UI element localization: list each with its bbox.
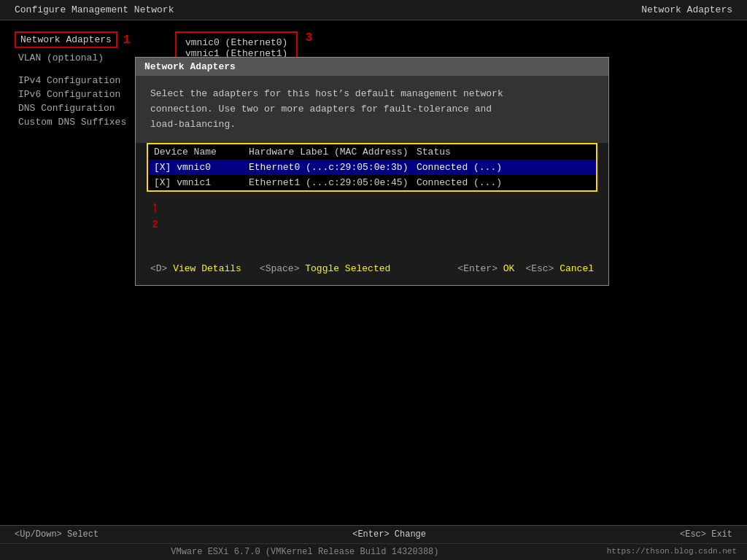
adapter-table: Device Name Hardware Label (MAC Address)… [147, 143, 597, 192]
bottom-right: <Esc> Exit [680, 529, 732, 540]
table-row-vmnic0-status: Connected (...) [417, 162, 590, 173]
footer-cmd-toggle[interactable]: <Space> Toggle Selected [260, 263, 390, 274]
table-row-vmnic0-device: [X] vmnic0 [154, 162, 249, 173]
sidebar-item-ipv4[interactable]: IPv4 Configuration [15, 74, 146, 88]
header-right-title: Network Adapters [641, 4, 732, 15]
modal-header: Network Adapters [136, 58, 608, 76]
sidebar-item-custom-dns[interactable]: Custom DNS Suffixes [15, 115, 146, 129]
annotation-3: 3 [305, 31, 312, 44]
annotation-2: 2 [152, 219, 158, 230]
col-header-device: Device Name [154, 147, 249, 158]
screen: Configure Management Network Network Ada… [0, 0, 747, 560]
modal-footer-left: <D> View Details <Space> Toggle Selected [150, 263, 390, 274]
table-row-vmnic0[interactable]: [X] vmnic0 Ethernet0 (...c:29:05:0e:3b) … [148, 160, 596, 175]
bottom-bar: <Up/Down> Select <Enter> Change <Esc> Ex… [0, 525, 747, 543]
sidebar-item-ipv6[interactable]: IPv6 Configuration [15, 88, 146, 101]
bottom-left: <Up/Down> Select [15, 529, 98, 540]
modal-body: Select the adapters for this host’s defa… [136, 76, 608, 143]
arrow-up-icon: ↑ [150, 199, 160, 217]
sidebar-item-network-adapters-label: Network Adapters [16, 33, 116, 47]
sidebar-item-vlan[interactable]: VLAN (optional) [15, 51, 146, 65]
bottom-center: <Enter> Change [352, 529, 426, 540]
col-header-status: Status [417, 147, 590, 158]
annotation-1: 1 [123, 34, 131, 47]
arrow-area: ↑ 2 [136, 195, 608, 234]
modal-description: Select the adapters for this host’s defa… [150, 87, 594, 132]
col-header-hw: Hardware Label (MAC Address) [249, 147, 417, 158]
vmware-footer-text: VMware ESXi 6.7.0 (VMKernel Release Buil… [171, 547, 438, 557]
table-row-vmnic0-hw: Ethernet0 (...c:29:05:0e:3b) [249, 162, 417, 173]
vmware-footer: VMware ESXi 6.7.0 (VMKernel Release Buil… [0, 543, 747, 560]
table-header-row: Device Name Hardware Label (MAC Address)… [148, 144, 596, 160]
watermark: https://thson.blog.csdn.net [607, 547, 737, 556]
header-left-title: Configure Management Network [15, 4, 174, 15]
modal-footer-right: <Enter> OK <Esc> Cancel [457, 263, 594, 274]
footer-cmd-view-details[interactable]: <D> View Details [150, 263, 241, 274]
main-content: Network Adapters 1 VLAN (optional) IPv4 … [0, 20, 747, 525]
table-row-vmnic1[interactable]: [X] vmnic1 Ethernet1 (...c:29:05:0e:45) … [148, 175, 596, 190]
modal-footer: <D> View Details <Space> Toggle Selected… [136, 256, 608, 285]
footer-cmd-enter-ok[interactable]: <Enter> OK [457, 263, 514, 274]
table-row-vmnic1-hw: Ethernet1 (...c:29:05:0e:45) [249, 177, 417, 188]
footer-cmd-esc-cancel[interactable]: <Esc> Cancel [525, 263, 594, 274]
modal-title: Network Adapters [144, 61, 236, 72]
sidebar-item-dns[interactable]: DNS Configuration [15, 101, 146, 115]
table-row-vmnic1-status: Connected (...) [417, 177, 590, 188]
sidebar-item-network-adapters[interactable]: Network Adapters [15, 31, 117, 48]
modal-dialog: Network Adapters Select the adapters for… [135, 57, 609, 286]
header-bar: Configure Management Network Network Ada… [0, 0, 747, 20]
table-row-vmnic1-device: [X] vmnic1 [154, 177, 249, 188]
